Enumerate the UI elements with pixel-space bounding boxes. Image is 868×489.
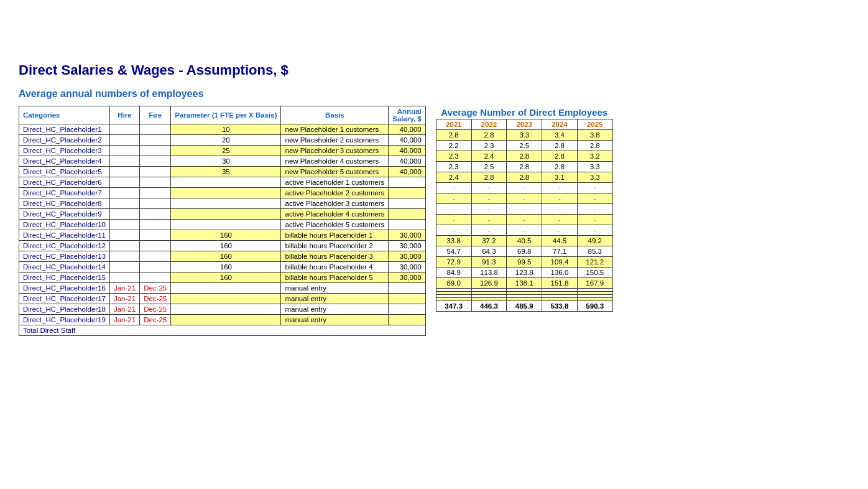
table-row: Direct_HC_Placeholder12 160 billable hou…	[19, 241, 426, 251]
cell-fire: Dec-25	[140, 304, 171, 315]
cell-param	[171, 198, 281, 209]
right-table: Average Number of Direct Employees 20212…	[436, 106, 613, 312]
table-row: Direct_HC_Placeholder5 35 new Placeholde…	[19, 167, 426, 177]
cell-param: 20	[171, 135, 281, 146]
cell-category: Direct_HC_Placeholder8	[19, 198, 110, 209]
cell-total: 446.3	[471, 301, 507, 312]
cell-value: 84.9	[436, 268, 471, 278]
cell-salary	[389, 294, 425, 304]
cell-salary	[389, 177, 425, 188]
cell-value: 3.4	[542, 130, 578, 141]
cell-value: -	[542, 225, 578, 236]
cell-salary: 40,000	[389, 156, 425, 167]
cell-param	[171, 177, 281, 188]
cell-hire	[109, 262, 139, 272]
cell-category: Direct_HC_Placeholder3	[19, 146, 110, 156]
cell-value: 44.5	[542, 236, 578, 246]
cell-value: 167.9	[577, 278, 612, 289]
cell-salary: 30,000	[389, 272, 425, 283]
cell-salary: 30,000	[389, 241, 425, 251]
cell-salary	[389, 283, 425, 294]
cell-value: -	[507, 204, 542, 215]
table-row: -----	[436, 204, 612, 215]
cell-hire	[109, 272, 139, 283]
cell-hire	[109, 135, 139, 146]
cell-fire	[140, 230, 171, 241]
cell-value: 3.3	[507, 130, 542, 141]
cell-fire	[140, 124, 171, 135]
section-title: Average annual numbers of employees	[19, 88, 849, 100]
cell-value: 2.8	[542, 162, 578, 172]
cell-hire: Jan-21	[109, 294, 139, 304]
cell-value: 2.8	[542, 141, 578, 151]
table-row: 2.42.82.83.13.3	[436, 172, 612, 183]
cell-param: 160	[171, 272, 281, 283]
cell-salary: 30,000	[389, 230, 425, 241]
table-row: Direct_HC_Placeholder17 Jan-21 Dec-25 ma…	[19, 294, 426, 304]
cell-value: 123.8	[507, 268, 542, 278]
cell-category: Direct_HC_Placeholder17	[19, 294, 110, 304]
cell-fire: Dec-25	[140, 294, 171, 304]
table-row: Direct_HC_Placeholder11 160 billable hou…	[19, 230, 426, 241]
cell-salary	[389, 188, 425, 198]
cell-fire: Dec-25	[140, 315, 171, 325]
right-total-row: 347.3446.3485.9533.8590.3	[436, 301, 612, 312]
cell-fire	[140, 177, 171, 188]
cell-value: 2.2	[436, 141, 471, 151]
cell-value: -	[577, 204, 612, 215]
left-table: Categories Hire Fire Parameter (1 FTE pe…	[19, 106, 426, 336]
cell-salary: 40,000	[389, 167, 425, 177]
cell-hire	[109, 198, 139, 209]
cell-hire: Jan-21	[109, 304, 139, 315]
cell-value: 69.8	[507, 246, 542, 257]
cell-value: 126.9	[471, 278, 507, 289]
cell-value: 49.2	[577, 236, 612, 246]
cell-param	[171, 188, 281, 198]
cell-param	[171, 220, 281, 230]
table-row: Direct_HC_Placeholder14 160 billable hou…	[19, 262, 426, 272]
cell-category: Direct_HC_Placeholder16	[19, 283, 110, 294]
cell-fire	[140, 272, 171, 283]
cell-value: -	[436, 183, 471, 193]
cell-hire	[109, 167, 139, 177]
cell-salary: 30,000	[389, 251, 425, 262]
table-row: Direct_HC_Placeholder15 160 billable hou…	[19, 272, 426, 283]
cell-value: 2.8	[507, 162, 542, 172]
cell-hire	[109, 146, 139, 156]
table-row: 2.82.83.33.43.8	[436, 130, 612, 141]
year-header: 2024	[542, 119, 578, 130]
cell-fire	[140, 135, 171, 146]
cell-category: Direct_HC_Placeholder6	[19, 177, 110, 188]
cell-hire	[109, 209, 139, 220]
cell-salary: 40,000	[389, 124, 425, 135]
cell-value: 3.2	[577, 151, 612, 162]
cell-category: Direct_HC_Placeholder13	[19, 251, 110, 262]
cell-value: -	[507, 215, 542, 225]
page-title: Direct Salaries & Wages - Assumptions, $	[19, 62, 849, 78]
cell-basis: active Placeholder 2 customers	[281, 188, 389, 198]
cell-hire	[109, 241, 139, 251]
cell-value: -	[471, 183, 507, 193]
cell-basis: active Placeholder 1 customers	[281, 177, 389, 188]
cell-basis: manual entry	[281, 315, 389, 325]
cell-value: -	[542, 215, 578, 225]
table-row: -----	[436, 215, 612, 225]
table-row: -----	[436, 183, 612, 193]
cell-category: Direct_HC_Placeholder19	[19, 315, 110, 325]
cell-fire: Dec-25	[140, 283, 171, 294]
cell-value: 77.1	[542, 246, 578, 257]
cell-total: 485.9	[507, 301, 542, 312]
col-header-salary: AnnualSalary, $	[389, 106, 425, 124]
cell-value: 113.8	[471, 268, 507, 278]
cell-value: 33.8	[436, 236, 471, 246]
cell-category: Direct_HC_Placeholder12	[19, 241, 110, 251]
cell-hire	[109, 124, 139, 135]
cell-value: 72.9	[436, 257, 471, 268]
cell-salary	[389, 315, 425, 325]
table-row: -----	[436, 225, 612, 236]
cell-value: 2.3	[436, 162, 471, 172]
cell-value: 3.3	[577, 162, 612, 172]
table-row: Direct_HC_Placeholder1 10 new Placeholde…	[19, 124, 426, 135]
table-row: 33.837.240.544.549.2	[436, 236, 612, 246]
cell-fire	[140, 251, 171, 262]
